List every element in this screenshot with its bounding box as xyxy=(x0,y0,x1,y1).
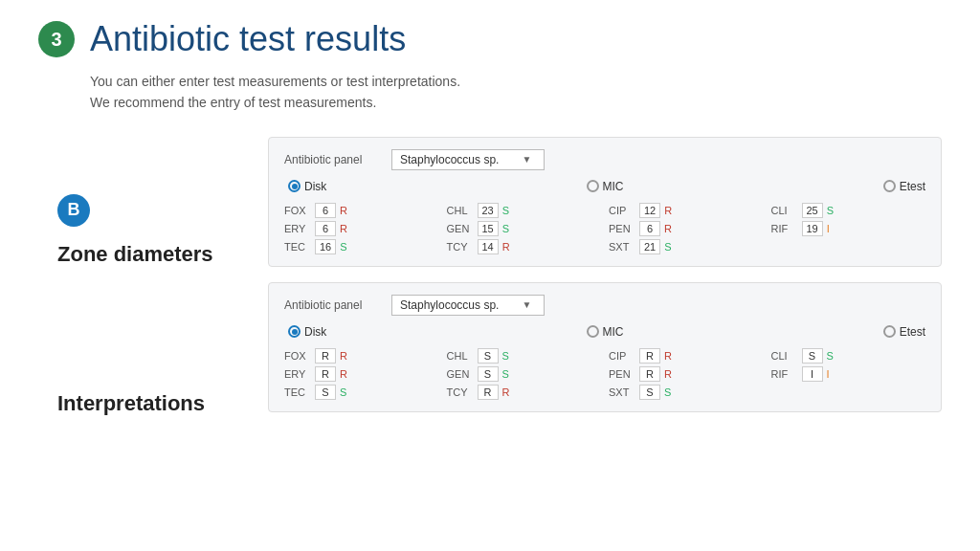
panel2-radio-mic[interactable]: MIC xyxy=(587,325,624,339)
panel2-col2: CHL S S GEN S S TCY R R xyxy=(447,348,602,400)
panel1-radio-etest[interactable]: Etest xyxy=(883,180,925,193)
labels-column: B Zone diameters Interpretations xyxy=(57,137,268,540)
panel2-radio-disk[interactable]: Disk xyxy=(288,325,326,339)
panel2-dropdown[interactable]: Staphylococcus sp. ▼ xyxy=(391,295,545,316)
panel2-radio-row: Disk MIC Etest xyxy=(284,325,925,339)
disk-label: Disk xyxy=(304,180,326,193)
mic2-radio-circle xyxy=(587,325,599,338)
table-row: CIP 12 R xyxy=(609,203,764,218)
mic2-label: MIC xyxy=(603,325,624,339)
panel1-radio-mic[interactable]: MIC xyxy=(587,180,624,193)
panel1-radio-row: Disk MIC Etest xyxy=(284,180,925,193)
page-header: 3 Antibiotic test results xyxy=(38,19,942,59)
panel2-dropdown-arrow: ▼ xyxy=(522,299,531,310)
page-title: Antibiotic test results xyxy=(90,19,406,59)
panel1-col1: FOX 6 R ERY 6 R TEC 16 S xyxy=(284,203,439,254)
etest-label: Etest xyxy=(900,180,925,193)
panel1-label: Antibiotic panel xyxy=(284,153,380,166)
panel2-header: Antibiotic panel Staphylococcus sp. ▼ xyxy=(284,295,925,316)
panel1-header: Antibiotic panel Staphylococcus sp. ▼ xyxy=(284,149,925,170)
content-area: B Zone diameters Interpretations Antibio… xyxy=(57,137,942,540)
panel2-radio-etest[interactable]: Etest xyxy=(883,325,925,339)
interpretations-label: Interpretations xyxy=(57,391,268,416)
zone-diameters-panel: Antibiotic panel Staphylococcus sp. ▼ Di… xyxy=(268,137,942,267)
panel1-data-grid: FOX 6 R ERY 6 R TEC 16 S xyxy=(284,203,925,254)
table-row: PEN 6 R xyxy=(609,221,764,236)
mic-label: MIC xyxy=(603,180,624,193)
table-row: PEN R R xyxy=(609,366,764,382)
panels-column: Antibiotic panel Staphylococcus sp. ▼ Di… xyxy=(268,137,942,540)
subtitle: You can either enter test measurements o… xyxy=(90,71,942,114)
table-row: FOX R R xyxy=(284,348,439,364)
panel2-label: Antibiotic panel xyxy=(284,298,380,312)
subtitle-line2: We recommend the entry of test measureme… xyxy=(90,95,376,110)
panel1-col4: CLI 25 S RIF 19 I xyxy=(771,203,926,254)
panel1-dropdown-value: Staphylococcus sp. xyxy=(400,153,499,166)
panel2-col4: CLI S S RIF I I xyxy=(771,348,926,400)
subtitle-line1: You can either enter test measurements o… xyxy=(90,74,460,89)
table-row: FOX 6 R xyxy=(284,203,439,218)
table-row: SXT S S xyxy=(609,385,764,400)
panel2-dropdown-value: Staphylococcus sp. xyxy=(400,298,499,312)
disk-radio-circle xyxy=(288,180,301,192)
etest2-label: Etest xyxy=(900,325,925,339)
table-row: RIF I I xyxy=(771,366,926,382)
table-row: RIF 19 I xyxy=(771,221,926,236)
table-row: TEC 16 S xyxy=(284,239,439,254)
panel1-radio-disk[interactable]: Disk xyxy=(288,180,326,193)
panel1-dropdown[interactable]: Staphylococcus sp. ▼ xyxy=(391,149,545,170)
zone-diameters-label: Zone diameters xyxy=(57,242,268,267)
table-row: TEC S S xyxy=(284,385,439,400)
disk2-radio-circle xyxy=(288,325,301,338)
table-row: CHL S S xyxy=(447,348,602,364)
table-row: ERY R R xyxy=(284,366,439,382)
table-row: GEN 15 S xyxy=(447,221,602,236)
interpretations-panel: Antibiotic panel Staphylococcus sp. ▼ Di… xyxy=(268,282,942,412)
table-row: CHL 23 S xyxy=(447,203,602,218)
table-row: ERY 6 R xyxy=(284,221,439,236)
panel1-dropdown-arrow: ▼ xyxy=(522,154,531,165)
b-badge: B xyxy=(57,194,90,227)
disk2-label: Disk xyxy=(304,325,326,339)
table-row: TCY 14 R xyxy=(447,239,602,254)
panel2-data-grid: FOX R R ERY R R TEC S S xyxy=(284,348,925,400)
table-row: CLI 25 S xyxy=(771,203,926,218)
mic-radio-circle xyxy=(587,180,599,192)
panel1-col2: CHL 23 S GEN 15 S TCY 14 R xyxy=(447,203,602,254)
panel1-col3: CIP 12 R PEN 6 R SXT 21 S xyxy=(609,203,764,254)
table-row: GEN S S xyxy=(447,366,602,382)
table-row: CIP R R xyxy=(609,348,764,364)
panel2-col1: FOX R R ERY R R TEC S S xyxy=(284,348,439,400)
table-row: SXT 21 S xyxy=(609,239,764,254)
table-row: TCY R R xyxy=(447,385,602,400)
step-badge: 3 xyxy=(38,21,75,57)
panel2-col3: CIP R R PEN R R SXT S S xyxy=(609,348,764,400)
etest-radio-circle xyxy=(883,180,896,192)
etest2-radio-circle xyxy=(883,325,896,338)
table-row: CLI S S xyxy=(771,348,926,364)
